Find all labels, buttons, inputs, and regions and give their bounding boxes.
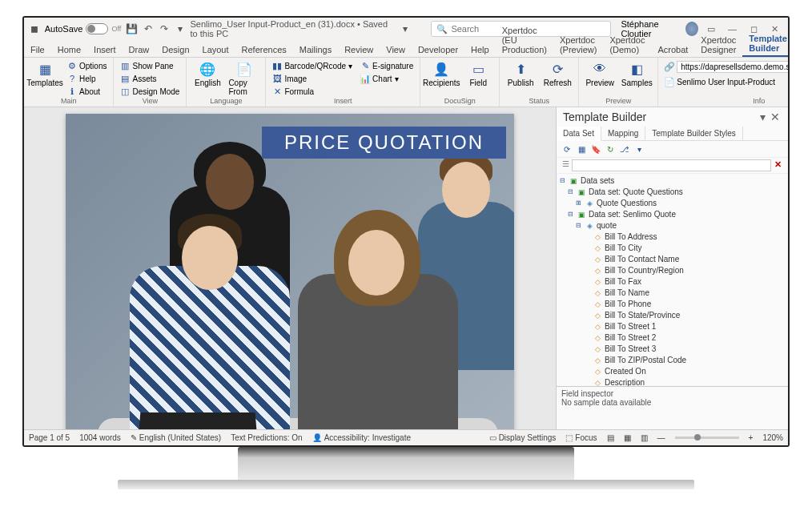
toggle-pill[interactable] xyxy=(86,23,108,34)
tab-xpertdoc-demo-[interactable]: Xpertdoc (Demo) xyxy=(603,33,651,57)
chart-button[interactable]: 📊Chart ▾ xyxy=(359,73,415,84)
dataset-icon: ▣ xyxy=(577,187,586,198)
panel-tab-mapping[interactable]: Mapping xyxy=(601,127,645,140)
tree-dropdown-icon[interactable]: ▾ xyxy=(633,143,645,155)
tree-node[interactable]: ◇Description xyxy=(560,377,785,386)
language-english-button[interactable]: 🌐English xyxy=(191,60,223,87)
doc-dropdown-icon[interactable]: ▾ xyxy=(400,22,411,35)
assets-button[interactable]: ▤Assets xyxy=(119,73,181,84)
accessibility-check[interactable]: 👤 Accessibility: Investigate xyxy=(312,433,411,442)
zoom-in-icon[interactable]: + xyxy=(749,433,754,442)
tab-review[interactable]: Review xyxy=(338,42,380,57)
panel-close-icon[interactable]: ✕ xyxy=(769,111,782,123)
undo-icon[interactable]: ↶ xyxy=(143,22,154,35)
tree-node[interactable]: ◇Bill To State/Province xyxy=(560,310,785,321)
zoom-out-icon[interactable]: — xyxy=(657,433,665,442)
view-print-icon[interactable]: ▦ xyxy=(624,433,631,442)
group-label-language: Language xyxy=(191,97,260,105)
tree-node[interactable]: ◇Bill To Street 3 xyxy=(560,344,785,355)
tab-view[interactable]: View xyxy=(380,42,412,57)
redo-icon[interactable]: ↷ xyxy=(159,22,170,35)
about-button[interactable]: ℹAbout xyxy=(66,86,108,97)
tree-node[interactable]: ◇Bill To Country/Region xyxy=(560,265,785,276)
document-page[interactable]: PRICE QUOTATION xyxy=(66,114,514,429)
display-settings[interactable]: ▭ Display Settings xyxy=(489,433,557,442)
text-predictions[interactable]: Text Predictions: On xyxy=(231,433,302,442)
tree-expand-icon[interactable]: ▦ xyxy=(576,143,587,155)
page-indicator[interactable]: Page 1 of 5 xyxy=(29,433,70,442)
tab-xpertdoc-designer[interactable]: Xpertdoc Designer xyxy=(694,33,742,57)
tab-help[interactable]: Help xyxy=(464,42,496,57)
tree-node[interactable]: ◇Bill To Name xyxy=(560,288,785,299)
preview-button[interactable]: 👁Preview xyxy=(584,60,616,87)
help-button[interactable]: ?Help xyxy=(66,73,108,84)
tree-node[interactable]: ⊟▣Data set: Quote Questions xyxy=(560,187,785,198)
field-icon: ◇ xyxy=(593,265,602,276)
tree-node[interactable]: ◇Bill To City xyxy=(560,243,785,254)
zoom-level[interactable]: 120% xyxy=(762,433,783,442)
tree-node[interactable]: ⊟▣Data set: Senlimo Quote xyxy=(560,209,785,220)
tab-xpertdoc-preview-[interactable]: Xpertdoc (Preview) xyxy=(553,33,603,57)
qat-dropdown-icon[interactable]: ▾ xyxy=(175,22,186,35)
tree-node[interactable]: ⊟◈quote xyxy=(560,220,785,231)
tab-acrobat[interactable]: Acrobat xyxy=(651,42,694,57)
tree-node[interactable]: ◇Bill To Street 2 xyxy=(560,332,785,344)
tab-template-builder[interactable]: Template Builder xyxy=(742,31,790,57)
tree-bookmark-icon[interactable]: 🔖 xyxy=(590,143,601,155)
tab-mailings[interactable]: Mailings xyxy=(293,42,338,57)
tree-filter-input[interactable] xyxy=(572,159,771,171)
view-web-icon[interactable]: ▥ xyxy=(641,433,648,442)
tree-node[interactable]: ◇Bill To Street 1 xyxy=(560,321,785,332)
image-button[interactable]: 🖼Image xyxy=(271,73,354,84)
tree-node[interactable]: ◇Bill To Fax xyxy=(560,276,785,288)
tree-node[interactable]: ◇Bill To Address xyxy=(560,231,785,243)
esignature-button[interactable]: ✎E-signature xyxy=(359,60,415,71)
tree-node[interactable]: ⊞◈Quote Questions xyxy=(560,198,785,209)
document-canvas[interactable]: PRICE QUOTATION xyxy=(24,107,556,429)
tab-file[interactable]: File xyxy=(24,42,51,57)
tab-developer[interactable]: Developer xyxy=(412,42,464,57)
panel-dropdown-icon[interactable]: ▾ xyxy=(756,111,769,123)
display-icon: ▭ xyxy=(489,433,496,442)
design-mode-button[interactable]: ◫Design Mode xyxy=(119,86,181,97)
zoom-slider[interactable] xyxy=(675,437,739,439)
templates-button[interactable]: ▦Templates xyxy=(29,60,61,87)
view-read-icon[interactable]: ▤ xyxy=(607,433,614,442)
barcode-button[interactable]: ▮▮Barcode/QRcode ▾ xyxy=(271,60,354,71)
tree-node[interactable]: ◇Bill To Contact Name xyxy=(560,254,785,265)
dataset-tree[interactable]: ⊟▣Data sets ⊟▣Data set: Quote Questions⊞… xyxy=(557,174,788,386)
tree-loop-icon[interactable]: ↻ xyxy=(605,143,616,155)
panel-tab-data-set[interactable]: Data Set xyxy=(557,127,601,141)
copy-from-button[interactable]: 📄Copy From xyxy=(228,60,260,96)
formula-button[interactable]: ✕Formula xyxy=(271,86,354,97)
tab-draw[interactable]: Draw xyxy=(123,42,156,57)
tree-condition-icon[interactable]: ⎇ xyxy=(619,143,630,155)
panel-tab-template-builder-styles[interactable]: Template Builder Styles xyxy=(645,127,743,140)
autosave-toggle[interactable]: AutoSave Off xyxy=(45,23,122,34)
filter-clear-icon[interactable]: ✕ xyxy=(771,159,785,171)
tree-node[interactable]: ◇Bill To ZIP/Postal Code xyxy=(560,355,785,366)
tab-design[interactable]: Design xyxy=(155,42,195,57)
tree-node[interactable]: ◇Bill To Phone xyxy=(560,299,785,310)
field-button[interactable]: ▭Field xyxy=(462,60,494,87)
tab-xpertdoc-eu-production-[interactable]: Xpertdoc (EU Production) xyxy=(496,23,553,57)
tab-references[interactable]: References xyxy=(235,42,293,57)
language-indicator[interactable]: ✎ English (United States) xyxy=(131,433,221,442)
tree-root[interactable]: ⊟▣Data sets xyxy=(560,175,785,187)
word-count[interactable]: 1004 words xyxy=(79,433,121,442)
tab-insert[interactable]: Insert xyxy=(87,42,123,57)
publish-button[interactable]: ⬆Publish xyxy=(504,60,537,87)
tab-home[interactable]: Home xyxy=(51,42,87,57)
samples-button[interactable]: ◧Samples xyxy=(621,60,653,87)
focus-mode[interactable]: ⬚ Focus xyxy=(565,433,597,442)
tab-layout[interactable]: Layout xyxy=(196,42,235,57)
tree-node[interactable]: ◇Created On xyxy=(560,366,785,377)
field-icon: ◇ xyxy=(593,366,602,377)
refresh-button[interactable]: ⟳Refresh xyxy=(541,60,573,87)
show-pane-button[interactable]: ▥Show Pane xyxy=(119,60,181,71)
tree-refresh-icon[interactable]: ⟳ xyxy=(561,143,573,155)
recipients-button[interactable]: 👤Recipients xyxy=(425,60,457,87)
save-icon[interactable]: 💾 xyxy=(126,22,138,35)
options-button[interactable]: ⚙Options xyxy=(66,60,108,71)
info-icon: ℹ xyxy=(67,87,77,96)
